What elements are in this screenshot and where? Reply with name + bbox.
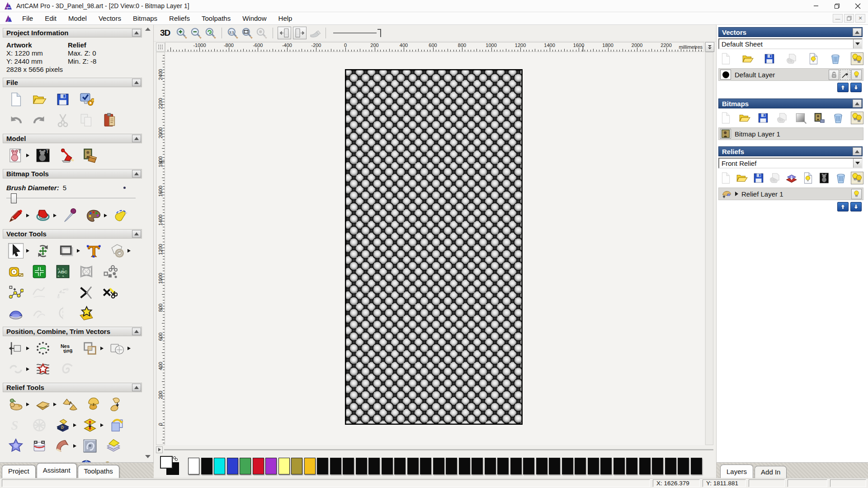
nesting-icon[interactable]: Nesting [59, 341, 74, 356]
toggle-all-bulbs-icon[interactable] [851, 52, 863, 65]
colour-swatch-32[interactable] [600, 458, 612, 474]
open-file-icon[interactable] [738, 112, 751, 124]
colour-swatch-11[interactable] [330, 458, 341, 474]
visibility-bulb-icon[interactable] [851, 189, 862, 199]
envelope-distort-icon[interactable] [79, 264, 94, 279]
colour-swatch-12[interactable] [343, 458, 354, 474]
colour-swatch-36[interactable] [652, 458, 663, 474]
select-cursor-icon[interactable] [8, 243, 24, 258]
new-file-icon[interactable] [719, 112, 732, 124]
turn-profile-icon[interactable] [55, 305, 71, 321]
bitmap-image-icon[interactable] [813, 112, 826, 124]
smooth-bar-icon[interactable] [35, 397, 51, 412]
minimize-button[interactable] [806, 0, 826, 12]
vector-doctor-icon[interactable] [109, 243, 125, 258]
menu-window[interactable]: Window [236, 13, 272, 23]
snap-icon[interactable] [840, 70, 850, 80]
transform-icon[interactable] [35, 243, 51, 258]
colour-swatch-2[interactable] [214, 458, 225, 474]
greyscale-model-icon[interactable]: T [35, 148, 51, 163]
colour-swatch-31[interactable] [588, 458, 599, 474]
flyout-arrow-icon[interactable] [26, 341, 32, 356]
flyout-arrow-icon[interactable] [100, 341, 106, 356]
colour-swatch-27[interactable] [536, 458, 547, 474]
layer-colour-swatch[interactable] [720, 70, 731, 80]
colour-swatch-38[interactable] [678, 458, 689, 474]
colour-swatch-0[interactable] [188, 458, 199, 474]
merge-icon[interactable] [785, 52, 798, 65]
relief-layer-row[interactable]: Relief Layer 1 [718, 188, 863, 200]
star-wand-icon[interactable] [79, 305, 94, 321]
menu-help[interactable]: Help [273, 13, 298, 23]
colour-swatch-5[interactable] [253, 458, 264, 474]
tab-project[interactable]: Project [2, 465, 36, 478]
toggle-all-bulbs-icon[interactable] [851, 172, 863, 184]
basket-icon[interactable] [32, 459, 47, 462]
rectangle-icon[interactable] [59, 243, 74, 258]
menu-reliefs[interactable]: Reliefs [163, 13, 196, 23]
toggle-3d-view-button[interactable]: 3D [160, 28, 170, 38]
dropdown-arrow-icon[interactable] [853, 39, 862, 48]
two-rail-icon[interactable] [32, 305, 47, 321]
flyout-arrow-icon[interactable] [53, 208, 59, 223]
relief-stack-icon[interactable] [106, 438, 121, 454]
colour-swatch-6[interactable] [265, 458, 277, 474]
collapse-button[interactable] [132, 79, 141, 86]
scroll-down-button[interactable] [144, 453, 151, 460]
sheet-bulb-icon[interactable] [807, 52, 820, 65]
collapse-button[interactable] [132, 29, 141, 37]
extrude-dome-icon[interactable] [8, 305, 24, 321]
colour-swatch-23[interactable] [485, 458, 496, 474]
open-file-icon[interactable] [32, 92, 47, 107]
offset-relief-icon[interactable] [109, 418, 125, 433]
polyline-icon[interactable] [8, 285, 24, 300]
canvas-2d[interactable] [165, 52, 704, 445]
arc-icon[interactable] [55, 285, 71, 300]
transfer-relief-icon[interactable] [785, 172, 798, 184]
purple-dome-icon[interactable] [55, 459, 71, 462]
vector-texture-star-icon[interactable] [35, 361, 51, 377]
wrap-relief-icon[interactable] [32, 438, 47, 454]
colour-swatch-29[interactable] [562, 458, 573, 474]
flyout-arrow-icon[interactable] [26, 243, 32, 258]
collapse-button[interactable] [853, 147, 862, 155]
text-tool-icon[interactable] [86, 243, 101, 258]
emboss-face-icon[interactable] [82, 438, 98, 454]
colour-swatch-37[interactable] [665, 458, 676, 474]
colour-swatch-20[interactable] [446, 458, 457, 474]
flyout-arrow-icon[interactable] [77, 243, 82, 258]
fillet-icon[interactable] [79, 285, 94, 300]
lock-icon[interactable] [829, 70, 839, 80]
collapse-button[interactable] [132, 328, 141, 335]
ruler-unit-dropdown-button[interactable] [705, 42, 714, 52]
paint-brush-icon[interactable] [8, 208, 24, 223]
node-editing-icon[interactable] [32, 264, 47, 279]
new-file-icon[interactable] [8, 92, 24, 107]
sculpt-cones-icon[interactable] [62, 397, 78, 412]
scrollbar-track[interactable] [164, 449, 713, 450]
menu-edit[interactable]: Edit [39, 13, 62, 23]
section-header-position-combine-trim[interactable]: Position, Combine, Trim Vectors [3, 327, 142, 336]
restore-button[interactable] [826, 0, 847, 12]
cut-icon[interactable] [55, 113, 71, 128]
shape-editor-icon[interactable] [109, 397, 125, 412]
colour-swatch-3[interactable] [227, 458, 238, 474]
flyout-arrow-icon[interactable] [26, 148, 32, 163]
fan-segment-icon[interactable] [55, 438, 71, 454]
flood-fill-icon[interactable] [35, 208, 51, 223]
load-texture-icon[interactable] [82, 148, 98, 163]
close-button[interactable] [847, 0, 868, 12]
section-header-model[interactable]: Model [3, 134, 142, 143]
open-file-icon[interactable] [741, 52, 754, 65]
colour-swatch-18[interactable] [420, 458, 431, 474]
merge-icon[interactable] [769, 172, 781, 184]
weave-icon[interactable] [32, 418, 47, 433]
delete-trash-icon[interactable] [829, 52, 842, 65]
new-file-icon[interactable] [719, 172, 732, 184]
join-icon[interactable] [8, 361, 24, 377]
collapse-button[interactable] [132, 170, 141, 178]
measure-icon[interactable] [8, 264, 24, 279]
menu-vectors[interactable]: Vectors [93, 13, 127, 23]
colour-swatch-15[interactable] [382, 458, 393, 474]
set-model-size-icon[interactable]: T [8, 148, 24, 163]
